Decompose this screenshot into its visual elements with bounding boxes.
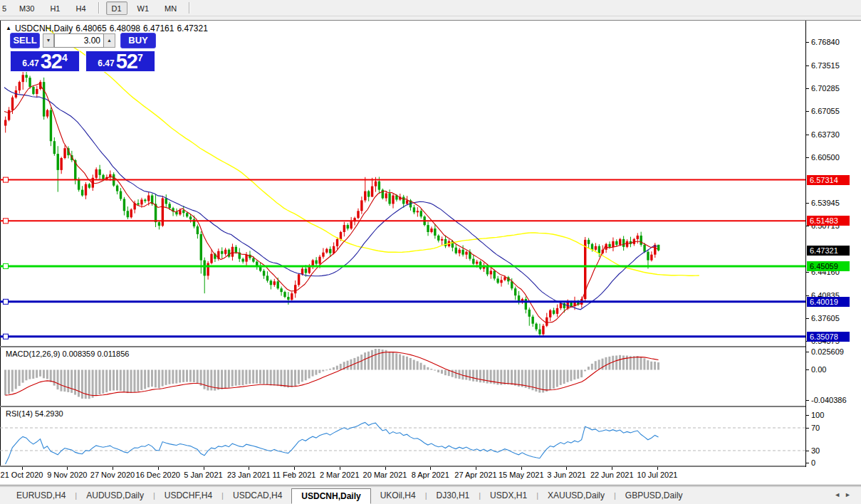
rsi-indicator-pane[interactable] — [0, 407, 805, 466]
tab-scroll-right-icon[interactable]: ► — [845, 491, 855, 498]
price-line-tag: 6.51483 — [807, 216, 850, 226]
date-axis-tick — [294, 467, 295, 470]
date-axis-label: 8 Apr 2021 — [412, 471, 449, 479]
sell-button[interactable]: SELL — [10, 33, 40, 48]
buy-quote[interactable]: 6.47 52 7 — [85, 51, 155, 72]
date-axis-label: 20 Mar 2021 — [363, 471, 407, 479]
macd-label: MACD(12,26,9) 0.008359 0.011856 — [6, 350, 129, 358]
rsi-label: RSI(14) 54.2930 — [6, 409, 63, 418]
date-axis-tick — [521, 467, 522, 470]
ohlc-high: 6.48098 — [110, 23, 140, 33]
timeframe-d1[interactable]: D1 — [106, 1, 127, 15]
ohlc-open: 6.48065 — [75, 23, 106, 33]
date-axis-tick — [612, 467, 612, 470]
price-axis-tick — [806, 318, 809, 319]
price-axis-tick — [806, 135, 809, 135]
rsi-axis-tick — [806, 428, 809, 429]
volume-increase-button[interactable]: ▲ — [104, 33, 115, 48]
price-axis-tick — [806, 88, 809, 89]
date-axis-tick — [113, 467, 113, 470]
price-axis-label: 6.70285 — [811, 84, 840, 93]
sell-quote[interactable]: 6.47 32 4 — [10, 51, 80, 72]
price-axis-label: 6.60500 — [811, 153, 840, 162]
date-axis: 21 Oct 20209 Nov 202027 Nov 202016 Dec 2… — [0, 468, 805, 485]
date-axis-label: 27 Nov 2020 — [90, 471, 135, 479]
macd-axis-tick — [806, 400, 809, 401]
macd-axis-label: 0.025609 — [811, 347, 844, 357]
tab-xauusd-daily[interactable]: XAUUSD,Daily — [538, 488, 614, 504]
sell-price-prefix: 6.47 — [22, 57, 38, 70]
tab-usdcad-h4[interactable]: USDCAD,H4 — [224, 488, 291, 504]
rsi-axis-label: 0 — [811, 458, 815, 468]
date-axis-label: 9 Nov 2020 — [47, 471, 87, 479]
price-axis-label: 6.63730 — [811, 130, 840, 140]
buy-price-big: 52 — [116, 52, 137, 70]
rsi-axis-tick — [806, 451, 809, 451]
price-axis-tick — [806, 272, 809, 273]
collapse-chart-icon[interactable]: ▲ — [6, 25, 11, 31]
sell-price-pip: 4 — [62, 54, 68, 61]
tab-usdchf-h4[interactable]: USDCHF,H4 — [155, 488, 221, 504]
tab-usdx-h1[interactable]: USDX,H1 — [481, 488, 536, 504]
tab-scroll-left-icon[interactable]: ◄ — [834, 491, 845, 498]
price-line-tag: 6.57314 — [807, 175, 850, 185]
timeframe-w1[interactable]: W1 — [132, 1, 155, 15]
date-axis-label: 15 May 2021 — [499, 471, 544, 479]
date-axis-label: 21 Oct 2020 — [1, 471, 43, 479]
volume-decrease-button[interactable]: ▼ — [43, 33, 54, 48]
price-axis-label: 6.53945 — [811, 199, 840, 208]
price-axis-label: 6.37605 — [811, 314, 840, 323]
ohlc-low: 6.47161 — [143, 23, 174, 33]
tab-audusd-daily[interactable]: AUDUSD,Daily — [77, 488, 153, 504]
timeframe-m30[interactable]: M30 — [14, 1, 40, 15]
date-axis-tick — [476, 467, 476, 470]
date-axis-label: 2 Mar 2021 — [320, 471, 360, 479]
date-axis-tick — [430, 467, 431, 470]
tab-dj30-h1[interactable]: DJ30,H1 — [427, 488, 479, 504]
price-axis-tick — [806, 42, 809, 43]
tab-usdcnh-daily[interactable]: USDCNH,Daily — [291, 488, 370, 504]
sell-price-big: 32 — [41, 52, 62, 70]
date-axis-tick — [340, 467, 340, 470]
tab-eurusd-h4[interactable]: EURUSD,H4 — [7, 488, 75, 504]
price-axis-label: 6.67055 — [811, 107, 840, 116]
date-axis-label: 27 Apr 2021 — [454, 471, 496, 479]
price-axis-tick — [806, 157, 809, 158]
date-axis-tick — [22, 467, 23, 470]
price-axis-tick — [806, 203, 809, 204]
current-price-tag: 6.47321 — [807, 246, 850, 256]
chart-symbol-title: USDCNH,Daily — [15, 23, 73, 33]
rsi-axis-tick — [806, 415, 809, 416]
price-axis-tick — [806, 226, 809, 226]
rsi-axis-label: 100 — [811, 411, 824, 420]
date-axis-label: 3 Jun 2021 — [547, 471, 585, 479]
chart-header: ▲USDCNH,Daily6.480656.480986.471616.4732… — [6, 23, 211, 33]
buy-price-prefix: 6.47 — [98, 57, 114, 70]
date-axis-label: 11 Feb 2021 — [273, 471, 316, 479]
buy-button[interactable]: BUY — [120, 33, 156, 48]
date-axis-label: 5 Jan 2021 — [184, 471, 222, 479]
date-axis-tick — [204, 467, 204, 470]
price-line-tag: 6.40019 — [807, 297, 850, 307]
date-axis-tick — [657, 467, 658, 470]
timeframe-h1[interactable]: H1 — [44, 1, 66, 15]
macd-axis-label: 0.00 — [811, 365, 826, 374]
macd-axis-label: -0.040386 — [811, 396, 847, 405]
toolbar-separator — [189, 2, 190, 14]
timeframe-5[interactable]: 5 — [0, 1, 9, 15]
timeframe-mn[interactable]: MN — [159, 1, 182, 15]
volume-input[interactable] — [54, 33, 104, 48]
rsi-axis-label: 70 — [811, 424, 820, 433]
timeframe-h4[interactable]: H4 — [70, 1, 91, 15]
tab-gbpusd-daily[interactable]: GBPUSD,Daily — [616, 488, 692, 504]
price-line-tag: 6.35078 — [807, 332, 850, 342]
buy-price-pip: 7 — [137, 54, 143, 61]
one-click-trading-panel: SELL ▼ ▲ BUY 6.47 32 4 6.47 52 7 — [10, 33, 160, 72]
price-line-tag: 6.45059 — [807, 261, 850, 271]
date-axis-label: 10 Jul 2021 — [637, 471, 678, 479]
timeframe-toolbar: 5M30H1H4D1W1MN — [0, 0, 861, 16]
date-axis-label: 23 Jan 2021 — [227, 471, 271, 479]
tab-ukoil-h4[interactable]: UKOil,H4 — [371, 488, 425, 504]
tab-scroll-arrows: ◄► — [834, 491, 855, 498]
date-axis-label: 22 Jun 2021 — [590, 471, 634, 479]
